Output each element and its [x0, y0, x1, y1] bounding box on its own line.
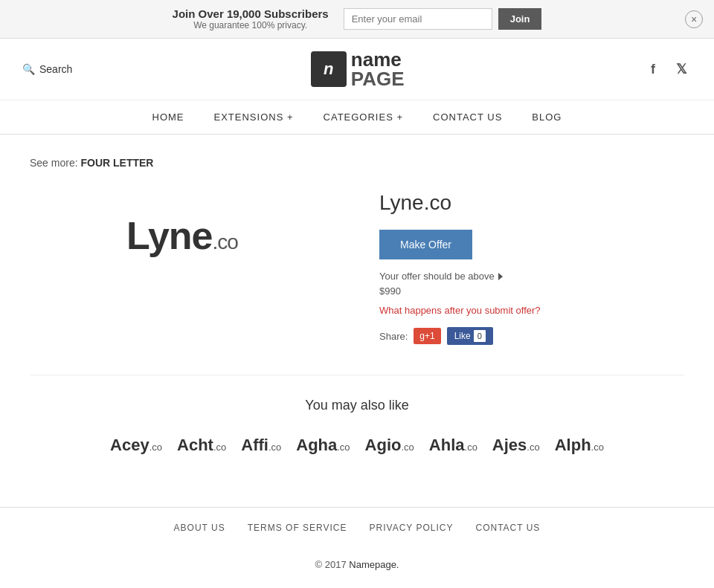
- see-more-prefix: See more:: [30, 157, 78, 169]
- search-icon: 🔍: [22, 63, 35, 75]
- social-icons: f 𝕏: [643, 59, 692, 80]
- footer-copy: © 2017 Namepage.: [0, 548, 714, 581]
- email-form: Join: [344, 8, 542, 30]
- nav-item-blog[interactable]: BLOG: [532, 112, 562, 123]
- like-count: 0: [474, 330, 486, 342]
- footer-contact[interactable]: CONTACT US: [475, 523, 540, 533]
- logo-name: name: [351, 50, 405, 69]
- domain-tile[interactable]: Agio.co: [365, 436, 414, 455]
- logo-icon-box: n: [311, 51, 347, 87]
- offer-info-text: Your offer should be above: [379, 271, 684, 282]
- copy-brand[interactable]: Namepage.: [349, 559, 399, 570]
- domain-tile[interactable]: Ahla.co: [429, 436, 477, 455]
- domain-heading: Lyne.co: [379, 191, 684, 215]
- chevron-right-icon: [498, 273, 503, 280]
- offer-link[interactable]: What happens after you submit offer?: [379, 305, 541, 316]
- logo-page: PAGE: [351, 69, 405, 88]
- domain-logo-text: Lyne.co: [126, 213, 238, 258]
- offer-price: $990: [379, 285, 684, 297]
- banner-main-text: Join Over 19,000 Subscribers: [173, 7, 329, 20]
- header: 🔍 Search n name PAGE f 𝕏: [0, 39, 714, 100]
- domain-tile[interactable]: Agha.co: [296, 436, 350, 455]
- domain-name-display: Lyne: [126, 214, 212, 257]
- see-more: See more: FOUR LETTER: [30, 157, 684, 169]
- search-label: Search: [39, 63, 72, 75]
- join-button[interactable]: Join: [498, 8, 542, 30]
- logo[interactable]: n name PAGE: [311, 50, 405, 88]
- domain-tile[interactable]: Acey.co: [110, 436, 162, 455]
- banner-text: Join Over 19,000 Subscribers We guarante…: [173, 7, 329, 30]
- twitter-icon[interactable]: 𝕏: [671, 59, 692, 80]
- also-like-title: You may also like: [30, 398, 684, 413]
- share-label: Share:: [379, 331, 408, 342]
- main-content: See more: FOUR LETTER Lyne.co Lyne.co Ma…: [0, 135, 714, 477]
- share-row: Share: g+1 Like 0: [379, 327, 684, 345]
- nav-item-categories[interactable]: CATEGORIES +: [324, 112, 403, 123]
- nav-item-home[interactable]: HOME: [152, 112, 184, 123]
- see-more-link[interactable]: FOUR LETTER: [80, 157, 153, 169]
- footer-terms[interactable]: TERMS OF SERVICE: [248, 523, 347, 533]
- footer-about[interactable]: ABOUT US: [174, 523, 225, 533]
- also-like-grid: Acey.coAcht.coAffi.coAgha.coAgio.coAhla.…: [30, 436, 684, 455]
- domain-tile[interactable]: Ajes.co: [492, 436, 540, 455]
- facebook-like-label: Like: [454, 331, 471, 341]
- also-like-section: You may also like Acey.coAcht.coAffi.coA…: [30, 375, 684, 455]
- copy-prefix: © 2017: [315, 559, 347, 570]
- nav-item-extensions[interactable]: EXTENSIONS +: [214, 112, 294, 123]
- make-offer-button[interactable]: Make Offer: [379, 230, 472, 259]
- logo-text-area: name PAGE: [351, 50, 405, 88]
- domain-logo-big: Lyne.co: [30, 191, 335, 280]
- logo-icon: n: [324, 59, 333, 79]
- nav-item-contact[interactable]: CONTACT US: [433, 112, 502, 123]
- top-banner: Join Over 19,000 Subscribers We guarante…: [0, 0, 714, 39]
- domain-display-area: Lyne.co Lyne.co Make Offer Your offer sh…: [30, 191, 684, 345]
- footer-privacy[interactable]: PRIVACY POLICY: [370, 523, 454, 533]
- footer-links: ABOUT US TERMS OF SERVICE PRIVACY POLICY…: [0, 507, 714, 548]
- domain-info-panel: Lyne.co Make Offer Your offer should be …: [379, 191, 684, 345]
- domain-tile[interactable]: Alph.co: [555, 436, 604, 455]
- facebook-icon[interactable]: f: [643, 59, 663, 80]
- banner-sub-text: We guarantee 100% privacy.: [173, 20, 329, 30]
- main-nav: HOME EXTENSIONS + CATEGORIES + CONTACT U…: [0, 100, 714, 135]
- google-plus-button[interactable]: g+1: [414, 328, 440, 344]
- email-input[interactable]: [344, 8, 492, 30]
- search-button[interactable]: 🔍 Search: [22, 63, 72, 75]
- domain-tld-display: .co: [213, 230, 238, 253]
- close-banner-button[interactable]: ×: [685, 10, 703, 28]
- facebook-like-button[interactable]: Like 0: [447, 327, 493, 345]
- logo-text: name PAGE: [351, 50, 405, 88]
- domain-tile[interactable]: Affi.co: [241, 436, 281, 455]
- domain-tile[interactable]: Acht.co: [177, 436, 226, 455]
